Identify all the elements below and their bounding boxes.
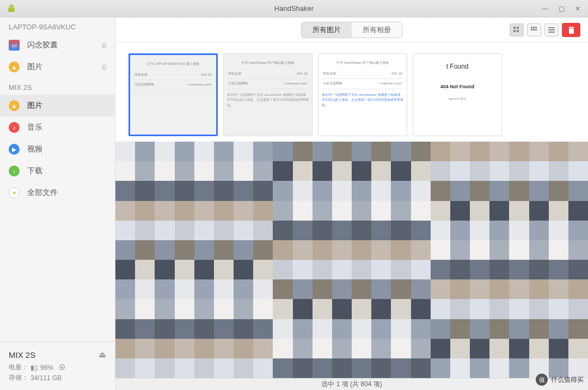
sidebar-item-label: 视频: [27, 144, 42, 154]
sidebar-item-capsule[interactable]: ▭ 闪念胶囊 0: [0, 34, 115, 56]
svg-rect-3: [517, 27, 519, 29]
titlebar: HandShaker — ▢ ✕: [0, 0, 588, 17]
sidebar-item-label: 闪念胶囊: [27, 40, 58, 50]
wifi-icon: ⦿: [59, 364, 65, 371]
sidebar-item-files[interactable]: ✦ 全部文件: [0, 182, 115, 204]
count-badge: 0: [102, 63, 106, 71]
sidebar-item-label: 下载: [27, 166, 42, 176]
view-segment: 所有图片 所有相册: [301, 22, 402, 38]
music-icon: ♪: [9, 122, 20, 133]
count-badge: 0: [102, 41, 106, 50]
sidebar-item-photos[interactable]: ▲ 图片: [0, 95, 115, 117]
files-icon: ✦: [9, 187, 20, 198]
sidebar-item-music[interactable]: ♪ 音乐: [0, 117, 115, 138]
watermark-badge: 值: [536, 374, 548, 386]
seg-all-photos[interactable]: 所有图片: [302, 22, 352, 38]
photo-thumb[interactable]: t Found 404 Not Found nginx/1.16.0: [413, 53, 502, 136]
grid-view-icon[interactable]: [510, 23, 524, 36]
sidebar: LAPTOP-9SA8VKUC ▭ 闪念胶囊 0 ▲ 图片 0 MIX 2S ▲…: [0, 17, 115, 390]
photo-icon: ▲: [9, 100, 20, 111]
storage-val: 34/111 GB: [30, 374, 62, 382]
svg-rect-9: [531, 29, 532, 31]
status-bar: 选中 1 项 (共 804 项): [115, 378, 588, 390]
download-icon: ↓: [9, 166, 20, 176]
battery-pct: 96%: [40, 364, 53, 371]
svg-point-0: [10, 5, 10, 6]
svg-rect-5: [517, 30, 519, 32]
sidebar-item-download[interactable]: ↓ 下载: [0, 160, 115, 182]
sidebar-item-label: 图片: [27, 101, 42, 111]
sidebar-item-label: 全部文件: [27, 188, 58, 198]
device-name: MIX 2S: [9, 350, 35, 359]
photo-thumb[interactable]: 已与 LAPTOP-9SA8VKUC 建立连接 本机名称MIX 2S 当前无线网…: [128, 53, 218, 136]
android-icon: [7, 4, 16, 14]
svg-rect-11: [535, 29, 537, 31]
svg-rect-8: [535, 27, 537, 28]
sidebar-group-phone: MIX 2S: [0, 78, 115, 95]
sidebar-item-label: 图片: [27, 62, 42, 72]
photo-icon: ▲: [9, 62, 20, 72]
seg-all-albums[interactable]: 所有相册: [352, 22, 402, 38]
maximize-button[interactable]: ▢: [555, 4, 567, 14]
medium-grid-icon[interactable]: [527, 23, 541, 36]
sidebar-group-pc: LAPTOP-9SA8VKUC: [0, 17, 115, 34]
svg-rect-10: [533, 29, 535, 31]
close-button[interactable]: ✕: [572, 4, 584, 14]
pixelated-region: [115, 142, 588, 378]
list-view-icon[interactable]: [544, 23, 559, 36]
sidebar-item-label: 音乐: [27, 123, 42, 132]
eject-icon[interactable]: ⏏: [99, 350, 106, 359]
svg-rect-12: [548, 27, 555, 28]
photo-thumb[interactable]: 打开 HandShaker 客户端以建立连接 本机名称MIX 2S 当前无线网络…: [223, 53, 313, 136]
sidebar-item-video[interactable]: ▶ 视频: [0, 138, 115, 160]
window-title: HandShaker: [274, 4, 314, 13]
selection-status: 选中 1 项 (共 804 项): [321, 380, 382, 389]
capsule-icon: ▭: [9, 40, 20, 51]
minimize-button[interactable]: —: [539, 4, 551, 14]
svg-rect-6: [531, 27, 532, 28]
sidebar-item-pc-photos[interactable]: ▲ 图片 0: [0, 56, 115, 78]
device-footer: MIX 2S ⏏ 电量： ▮▯ 96% ⦿ 存储： 34/111 GB: [0, 342, 115, 390]
video-icon: ▶: [9, 144, 20, 155]
svg-rect-4: [513, 30, 516, 32]
svg-rect-7: [533, 27, 535, 28]
svg-rect-14: [548, 32, 555, 33]
battery-icon: ▮▯: [30, 364, 38, 371]
watermark: 值 什么值得买: [536, 374, 584, 386]
toolbar: 所有图片 所有相册: [115, 17, 588, 42]
photo-thumb[interactable]: 打开 HandShaker 客户端以建立连接 本机名称MIX 2S 当前无线网络…: [318, 53, 407, 136]
svg-rect-13: [548, 29, 555, 31]
svg-point-1: [13, 5, 13, 6]
svg-rect-2: [513, 27, 516, 29]
delete-button[interactable]: [562, 23, 580, 37]
watermark-text: 什么值得买: [551, 375, 584, 385]
